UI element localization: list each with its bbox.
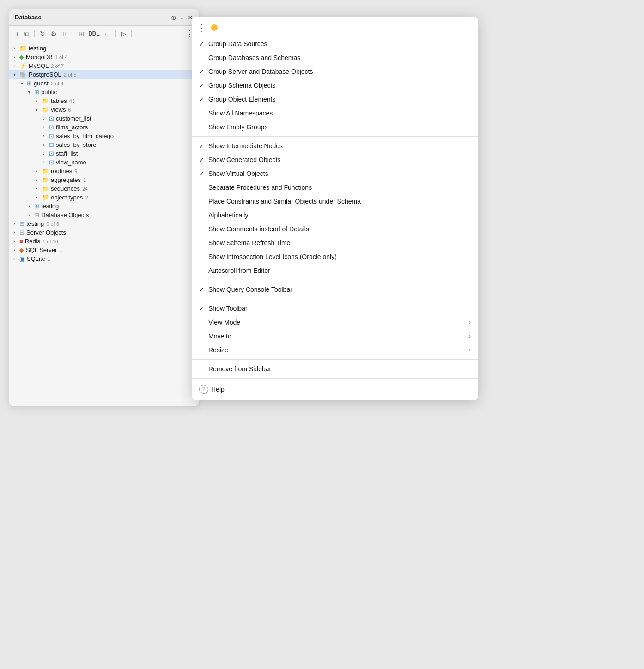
tree-arrow-collapsed[interactable] (41, 159, 47, 166)
menu-item-group-databases-schemas[interactable]: Group Databases and Schemas (192, 51, 478, 65)
menu-item-show-generated-objects[interactable]: ✓ Show Generated Objects (192, 153, 478, 167)
tree-arrow-collapsed[interactable] (26, 203, 32, 210)
tree-item-database-objects[interactable]: ⊟Database Objects (9, 211, 199, 219)
tree-arrow-collapsed[interactable] (11, 247, 18, 253)
tree-item-mysql[interactable]: ⚡MySQL2 of 7 (9, 61, 199, 70)
tree-item-guest[interactable]: ⊞guest2 of 4 (9, 79, 199, 88)
tree-item-server-objects[interactable]: ⊟Server Objects (9, 228, 199, 237)
tree-arrow-collapsed[interactable] (11, 256, 18, 262)
tree-item-staff_list[interactable]: ⊡staff_list (9, 149, 199, 158)
database-tree: 📁testing◆MongoDB1 of 4⚡MySQL2 of 7🐘Postg… (9, 42, 199, 265)
tree-item-testing-conn[interactable]: ⊞testing0 of 3 (9, 219, 199, 228)
tree-arrow-collapsed[interactable] (11, 229, 18, 236)
tree-arrow-expanded[interactable] (33, 107, 40, 113)
tree-item-testing-schema[interactable]: ⊞testing (9, 202, 199, 211)
tree-arrow-collapsed[interactable] (26, 212, 32, 218)
tree-arrow-collapsed[interactable] (41, 142, 47, 148)
menu-item-show-all-namespaces[interactable]: Show All Namespaces (192, 106, 478, 120)
expand-collapse-icon[interactable]: ⬦ (180, 14, 184, 21)
tree-item-tables[interactable]: 📁tables43 (9, 96, 199, 105)
tree-item-mongodb[interactable]: ◆MongoDB1 of 4 (9, 53, 199, 61)
tree-badge: 2 of 5 (64, 72, 77, 78)
ddl-label[interactable]: DDL (88, 30, 100, 37)
tree-item-sqlite[interactable]: ▣SQLite1 (9, 254, 199, 263)
menu-separator (192, 378, 478, 379)
filter-icon[interactable]: ⊡ (61, 29, 69, 38)
tree-arrow-collapsed[interactable] (11, 221, 18, 227)
menu-submenu-arrow: › (469, 347, 471, 353)
tree-item-views[interactable]: 📁views6 (9, 105, 199, 114)
menu-item-alphabetically[interactable]: Alphabetically (192, 208, 478, 222)
settings-icon[interactable]: ⚙ (49, 29, 58, 38)
tree-arrow-collapsed[interactable] (11, 45, 18, 52)
tree-arrow-collapsed[interactable] (33, 186, 40, 192)
tree-item-films_actors[interactable]: ⊡films_actors (9, 123, 199, 132)
menu-item-show-empty-groups[interactable]: Show Empty Groups (192, 120, 478, 134)
run-icon[interactable]: ▷ (120, 29, 128, 38)
tree-icon-mongo: ◆ (19, 54, 24, 60)
add-icon[interactable]: + (14, 29, 20, 38)
tree-item-customer_list[interactable]: ⊡customer_list (9, 114, 199, 123)
copy-icon[interactable]: ⧉ (23, 29, 30, 39)
tree-arrow-collapsed[interactable] (11, 63, 18, 69)
tree-item-postgresql[interactable]: 🐘PostgreSQL2 of 5 (9, 70, 199, 79)
tree-item-sequences[interactable]: 📁sequences24 (9, 184, 199, 193)
tree-arrow-collapsed[interactable] (11, 54, 18, 60)
menu-item-show-comments[interactable]: Show Comments instead of Details (192, 222, 478, 236)
tree-item-testing-root[interactable]: 📁testing (9, 44, 199, 53)
tree-icon-db-objects: ⊟ (34, 212, 39, 218)
menu-item-show-query-console[interactable]: ✓ Show Query Console Toolbar (192, 283, 478, 296)
menu-item-group-data-sources[interactable]: ✓ Group Data Sources (192, 37, 478, 51)
menu-item-resize[interactable]: Resize › (192, 343, 478, 357)
menu-item-show-virtual-objects[interactable]: ✓ Show Virtual Objects (192, 167, 478, 181)
menu-item-separate-procedures[interactable]: Separate Procedures and Functions (192, 181, 478, 194)
arrow-icon[interactable]: ← (103, 29, 112, 38)
tree-arrow-collapsed[interactable] (11, 238, 18, 245)
menu-item-show-introspection[interactable]: Show Introspection Level Icons (Oracle o… (192, 250, 478, 264)
menu-item-show-schema-refresh[interactable]: Show Schema Refresh Time (192, 236, 478, 250)
menu-item-remove-from-sidebar[interactable]: Remove from Sidebar (192, 362, 478, 376)
tree-arrow-collapsed[interactable] (41, 133, 47, 139)
add-connection-icon[interactable]: ⊕ (171, 14, 176, 21)
tree-item-redis[interactable]: ■Redis1 of 16 (9, 237, 199, 246)
tree-item-view_name[interactable]: ⊡view_name (9, 158, 199, 167)
tree-badge: 1 of 16 (43, 239, 58, 244)
menu-item-help[interactable]: ? Help (192, 381, 478, 398)
menu-item-group-server-database-objects[interactable]: ✓ Group Server and Database Objects (192, 65, 478, 78)
tree-item-sales_by_store[interactable]: ⊡sales_by_store (9, 140, 199, 149)
menu-item-view-mode[interactable]: View Mode › (192, 315, 478, 329)
tree-arrow-collapsed[interactable] (33, 194, 40, 201)
menu-item-place-constraints[interactable]: Place Constraints and Similar Objects un… (192, 194, 478, 208)
tree-arrow-expanded[interactable] (18, 80, 25, 87)
tree-badge: ... (59, 247, 63, 253)
tree-arrow-expanded[interactable] (26, 89, 32, 96)
menu-item-label: Group Schema Objects (208, 82, 471, 89)
minimize-button[interactable] (211, 24, 218, 31)
tree-arrow-collapsed[interactable] (41, 124, 47, 131)
refresh-icon[interactable]: ↻ (38, 29, 47, 38)
menu-check: ✓ (199, 68, 208, 75)
tree-arrow-expanded[interactable] (11, 72, 18, 78)
tree-icon-server: ⊟ (19, 229, 24, 235)
tree-item-aggregates[interactable]: 📁aggregates1 (9, 175, 199, 184)
menu-item-show-intermediate-nodes[interactable]: ✓ Show Intermediate Nodes (192, 139, 478, 153)
tree-arrow-collapsed[interactable] (33, 177, 40, 183)
menu-check: ✓ (199, 143, 208, 150)
menu-item-group-object-elements[interactable]: ✓ Group Object Elements (192, 92, 478, 106)
menu-item-move-to[interactable]: Move to › (192, 329, 478, 343)
tree-arrow-collapsed[interactable] (41, 151, 47, 157)
table-icon[interactable]: ⊞ (77, 29, 85, 38)
menu-submenu-arrow: › (469, 333, 471, 339)
tree-item-routines[interactable]: 📁routines9 (9, 167, 199, 175)
menu-item-autoscroll[interactable]: Autoscroll from Editor (192, 264, 478, 277)
menu-item-show-toolbar[interactable]: ✓ Show Toolbar (192, 301, 478, 315)
tree-item-sql-server[interactable]: ◆SQL Server... (9, 246, 199, 254)
tree-item-sales_by_film_catego[interactable]: ⊡sales_by_film_catego (9, 132, 199, 140)
menu-item-group-schema-objects[interactable]: ✓ Group Schema Objects (192, 78, 478, 92)
tree-item-object_types[interactable]: 📁object types2 (9, 193, 199, 202)
tree-arrow-collapsed[interactable] (41, 115, 47, 122)
tree-arrow-collapsed[interactable] (33, 98, 40, 104)
tree-icon-postgres: 🐘 (19, 72, 27, 78)
tree-item-public[interactable]: ⊞public (9, 88, 199, 96)
tree-arrow-collapsed[interactable] (33, 168, 40, 175)
